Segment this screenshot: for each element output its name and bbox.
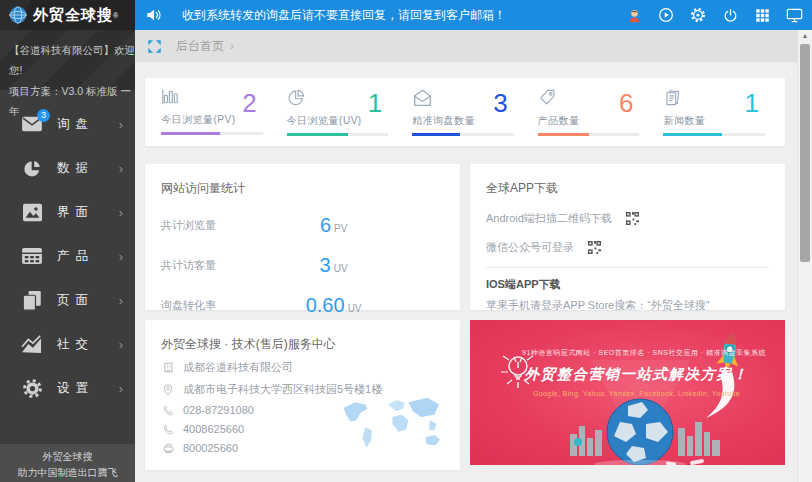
chevron-right-icon: › [119,293,123,308]
tag-icon [538,93,557,110]
service-company-text: 成都谷道科技有限公司 [183,360,293,375]
android-download-row: Android端扫描二维码下载 [486,211,769,226]
stat-label: 今日浏览量(PV) [161,113,242,127]
welcome-company: 【谷道科技有限公司】欢迎您! [9,40,135,81]
news-icon [663,93,682,110]
sidebar-item-label: 社交 [57,336,119,353]
stat-value: 1 [745,88,765,118]
visit-stats-title: 网站访问量统计 [161,180,444,197]
stat-news: 新闻数量 1 [663,88,769,146]
location-pin-icon [161,384,175,396]
chevron-right-icon: › [119,249,123,264]
stat-today-uv: 今日浏览量(UV) 1 [287,88,413,146]
stat-underline [161,132,263,135]
wechat-qr-code-icon[interactable] [588,241,601,254]
speaker-icon [146,8,162,22]
visit-row-label: 询盘转化率 [161,298,288,313]
visit-row-value: 6 [320,214,331,236]
monitor-icon[interactable] [785,6,803,24]
wechat-login-row: 微信公众号可登录 [486,240,769,255]
logo[interactable]: 外贸全球搜 ® [0,0,135,30]
stat-label: 今日浏览量(UV) [287,114,368,128]
sidebar-item-label: 询盘 [57,116,119,133]
sidebar-item-social[interactable]: 社交 › [0,322,135,366]
stat-underline [663,133,765,136]
power-icon[interactable] [721,6,739,24]
gear-icon [20,377,44,399]
scrollbar-up-arrow[interactable]: ▲ [798,30,812,42]
promo-banner[interactable]: 91种语言响应式网站 · SEO首页排名 · SNS社交应用 · 精准询盘采集系… [470,320,785,465]
logo-reg-mark: ® [113,12,118,19]
app-download-title: 全球APP下载 [486,180,769,197]
product-grid-icon [20,245,44,267]
service-row-phone2: 4008625660 [161,423,444,435]
ios-download-desc: 苹果手机请登录APP Store搜索：“外贸全球搜” [486,298,769,313]
stat-underline [538,133,640,136]
building-icon [161,362,175,373]
breadcrumb-home-link[interactable]: 后台首页 [176,38,224,55]
sidebar-item-data[interactable]: 数据 › [0,146,135,190]
pie-icon [287,93,306,110]
service-address-text: 成都市电子科技大学西区科技园5号楼1楼 [183,382,382,397]
banner-headline: 外贸整合营销一站式解决方案！ [522,365,751,384]
visit-stats-panel: 网站访问量统计 共计浏览量 6PV 共计访客量 3UV 询盘转化率 0.60UV [145,164,460,310]
stat-value: 1 [368,88,388,118]
image-icon [20,201,44,223]
banner-tagline: 91种语言响应式网站 · SEO首页排名 · SNS社交应用 · 精准询盘采集系… [522,348,751,358]
sidebar-item-label: 数据 [57,160,119,177]
banner-text-block: 91种语言响应式网站 · SEO首页排名 · SNS社交应用 · 精准询盘采集系… [522,348,751,397]
gear-icon[interactable] [689,6,707,24]
pie-chart-icon [20,157,44,179]
phone-icon [161,405,175,416]
sidebar-item-label: 设置 [57,380,119,397]
vertical-scrollbar[interactable]: ▲ [797,30,812,482]
sidebar-menu: 3 询盘 › 数据 › 界面 › [0,90,135,444]
service-phone-text: 028-87291080 [183,404,254,416]
divider [486,267,769,268]
sidebar-item-inquiry[interactable]: 3 询盘 › [0,102,135,146]
welcome-box: 【谷道科技有限公司】欢迎您! 项目方案：V3.0 标准版 一年 [0,30,135,90]
sidebar-item-label: 产品 [57,248,119,265]
ios-download-title: IOS端APP下载 [486,277,769,292]
wechat-login-label: 微信公众号可登录 [486,240,574,255]
stat-value: 3 [493,88,513,118]
visit-row-label: 共计浏览量 [161,218,288,233]
pages-icon [20,289,44,311]
visit-row-unit: UV [334,263,348,274]
service-center-title: 外贸全球搜 · 技术(售后)服务中心 [161,336,444,353]
stat-label: 新闻数量 [663,114,744,128]
sidebar-item-pages[interactable]: 页面 › [0,278,135,322]
visit-row-pv: 共计浏览量 6PV [161,214,444,237]
chevron-right-icon: › [119,205,123,220]
android-qr-code-icon[interactable] [626,212,639,225]
play-circle-icon[interactable] [657,6,675,24]
globe-logo-icon [8,5,28,25]
service-row-fax: 800025660 [161,442,444,454]
visit-row-label: 共计访客量 [161,258,288,273]
visit-row-uv: 共计访客量 3UV [161,254,444,277]
stat-products: 产品数量 6 [538,88,664,146]
user-avatar-icon[interactable] [625,6,643,24]
sidebar-footer: 外贸全球搜 助力中国制造出口腾飞 [0,444,135,482]
scrollbar-thumb[interactable] [800,44,810,262]
trend-chart-icon [20,333,44,355]
expand-icon[interactable] [147,39,162,54]
apps-grid-icon[interactable] [753,6,771,24]
stat-inquiries: 精准询盘数量 3 [412,88,538,146]
stat-label: 精准询盘数量 [412,114,493,128]
stat-value: 2 [242,88,262,118]
service-phone-text: 4008625660 [183,423,244,435]
service-row-phone1: 028-87291080 [161,404,444,416]
sidebar-item-products[interactable]: 产品 › [0,234,135,278]
logo-text: 外贸全球搜 [33,6,113,25]
stat-underline [287,133,389,136]
visit-row-unit: UV [348,303,362,314]
stats-summary-card: 今日浏览量(PV) 2 今日浏览量(UV) 1 [145,78,785,146]
service-center-panel: 外贸全球搜 · 技术(售后)服务中心 成都谷道科技有限公司 成都市电子科技大学西… [145,320,460,470]
visit-row-unit: PV [334,223,347,234]
breadcrumb-separator: › [230,39,234,53]
sidebar-item-interface[interactable]: 界面 › [0,190,135,234]
topbar-actions [625,6,803,24]
sidebar-item-settings[interactable]: 设置 › [0,366,135,410]
stat-label: 产品数量 [538,114,619,128]
